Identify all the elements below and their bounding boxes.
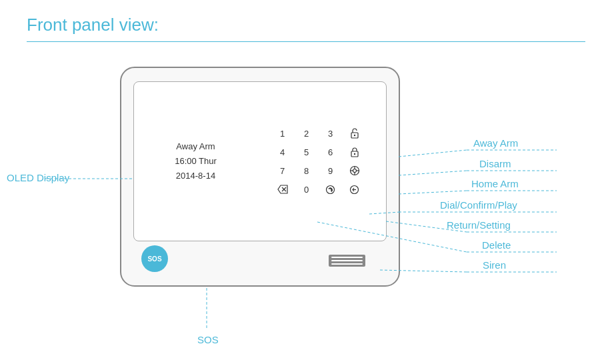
key-8[interactable]: 8: [299, 163, 314, 178]
key-dial[interactable]: [323, 182, 338, 197]
siren-label: Siren: [483, 259, 506, 271]
keypad-row-1: 1 2 3: [275, 126, 362, 141]
svg-line-19: [399, 171, 467, 175]
key-2[interactable]: 2: [299, 126, 314, 141]
svg-point-3: [353, 153, 355, 155]
device-panel: Away Arm 16:00 Thur 2014-8-14 1 2 3: [120, 67, 400, 287]
key-6[interactable]: 6: [323, 145, 338, 159]
keypad-row-4: 0: [275, 182, 362, 197]
key-0[interactable]: 0: [299, 182, 314, 197]
key-7[interactable]: 7: [275, 163, 290, 178]
svg-point-1: [353, 135, 355, 136]
return-setting-label: Return/Setting: [447, 219, 511, 231]
key-5[interactable]: 5: [299, 145, 314, 159]
svg-point-5: [353, 169, 356, 173]
sos-button[interactable]: SOS: [141, 245, 168, 272]
svg-line-17: [399, 150, 467, 157]
svg-line-21: [399, 191, 467, 194]
keypad-row-3: 7 8 9: [275, 163, 362, 178]
oled-display-area: Away Arm 16:00 Thur 2014-8-14: [134, 82, 257, 241]
sos-label: SOS: [147, 255, 161, 263]
key-lock-open[interactable]: [347, 126, 362, 141]
oled-text: Away Arm 16:00 Thur 2014-8-14: [175, 139, 217, 183]
dial-confirm-play-label: Dial/Confirm/Play: [440, 199, 517, 211]
page-title: Front panel view:: [27, 15, 159, 35]
key-4[interactable]: 4: [275, 145, 290, 159]
key-1[interactable]: 1: [275, 126, 290, 141]
key-3[interactable]: 3: [323, 126, 338, 141]
keypad-area: 1 2 3 4 5 6: [257, 82, 386, 241]
key-9[interactable]: 9: [323, 163, 338, 178]
sos-label-bottom: SOS: [197, 334, 219, 345]
svg-point-13: [327, 185, 335, 193]
disarm-label: Disarm: [479, 158, 511, 169]
title-divider: [27, 41, 585, 42]
device-screen: Away Arm 16:00 Thur 2014-8-14 1 2 3: [133, 81, 387, 241]
key-return[interactable]: [347, 182, 362, 197]
oled-display-label: OLED Display: [7, 172, 70, 183]
svg-marker-10: [278, 185, 287, 193]
key-lock-closed[interactable]: [347, 145, 362, 159]
home-arm-label: Home Arm: [471, 178, 519, 189]
key-delete[interactable]: [275, 182, 290, 197]
delete-label: Delete: [482, 239, 511, 251]
keypad-row-2: 4 5 6: [275, 145, 362, 159]
away-arm-label: Away Arm: [473, 137, 518, 149]
siren-icon: [329, 255, 365, 267]
key-home-arm[interactable]: [347, 163, 362, 178]
